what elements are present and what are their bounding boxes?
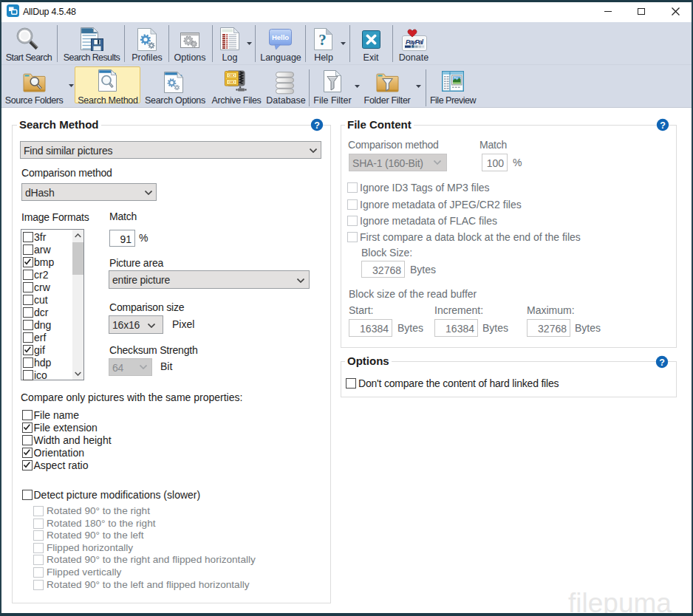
svg-text:Hello: Hello [272,33,289,41]
svg-text:?: ? [659,357,665,368]
svg-text:?: ? [660,120,666,131]
svg-text:?: ? [314,120,320,131]
svg-text:PayPal: PayPal [406,38,423,46]
svg-text:?: ? [318,31,327,49]
